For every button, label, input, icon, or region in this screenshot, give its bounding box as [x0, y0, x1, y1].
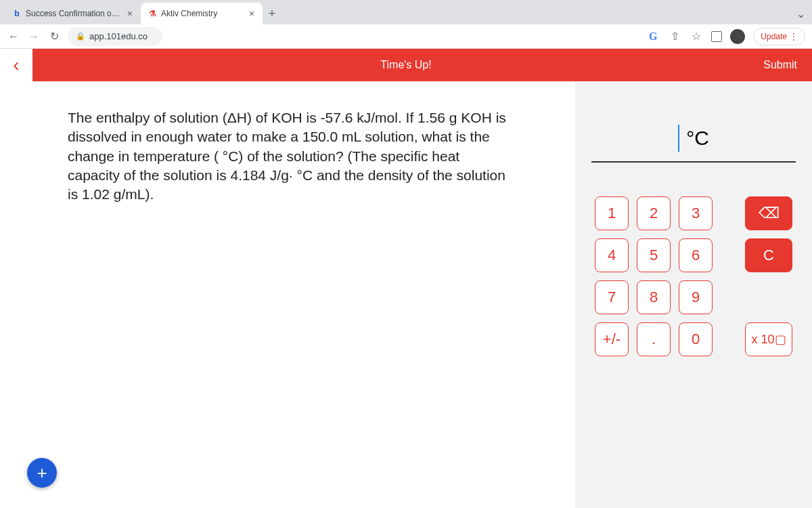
plus-icon: +: [37, 463, 47, 484]
update-button[interactable]: Update ⋮: [753, 28, 805, 45]
app-back-button[interactable]: ‹: [0, 49, 32, 81]
spacer: [721, 238, 737, 272]
tab-title: Success Confirmation of Quest: [26, 9, 122, 18]
answer-input[interactable]: °C: [591, 115, 796, 163]
address-text: app.101edu.co: [89, 31, 148, 41]
update-label: Update: [761, 32, 787, 41]
key-5[interactable]: 5: [637, 238, 671, 272]
new-tab-button[interactable]: +: [263, 4, 281, 23]
keypad-grid: 1 2 3 ⌫ 4 5 6 C 7 8 9 +/- . 0 x 10▢: [585, 196, 803, 356]
browser-tab-1[interactable]: ⚗ Aktiv Chemistry ×: [141, 3, 263, 24]
profile-avatar[interactable]: [730, 29, 745, 44]
key-6[interactable]: 6: [679, 238, 713, 272]
close-icon[interactable]: ×: [126, 8, 134, 19]
key-4[interactable]: 4: [595, 238, 629, 272]
star-icon[interactable]: ☆: [690, 30, 703, 43]
spacer: [721, 196, 737, 230]
spacer: [745, 280, 792, 314]
chevron-left-icon: ‹: [13, 54, 19, 76]
appbar-status-text: Time's Up!: [380, 59, 431, 71]
key-7[interactable]: 7: [595, 280, 629, 314]
browser-address-bar: ← → ↻ 🔒 app.101edu.co G ⇧ ☆ Update ⋮: [0, 24, 812, 49]
google-icon[interactable]: G: [646, 30, 660, 43]
submit-button[interactable]: Submit: [748, 59, 812, 71]
text-cursor-icon: [678, 125, 679, 152]
browser-tabstrip: b Success Confirmation of Quest × ⚗ Akti…: [0, 0, 812, 24]
key-clear[interactable]: C: [745, 238, 792, 272]
nav-reload-icon[interactable]: ↻: [47, 30, 61, 43]
key-3[interactable]: 3: [679, 196, 713, 230]
tab-title: Aktiv Chemistry: [161, 9, 244, 18]
nav-back-icon[interactable]: ←: [7, 30, 20, 43]
omnibox[interactable]: 🔒 app.101edu.co: [68, 27, 162, 46]
content-area: The enthalpy of solution (ΔH) of KOH is …: [0, 81, 812, 508]
close-icon[interactable]: ×: [248, 8, 256, 19]
window-chevron-icon[interactable]: ⌄: [796, 3, 805, 24]
question-text: The enthalpy of solution (ΔH) of KOH is …: [68, 108, 514, 205]
keypad-panel: °C 1 2 3 ⌫ 4 5 6 C 7 8 9 +/- . 0 x 10▢: [575, 81, 812, 508]
question-panel: The enthalpy of solution (ΔH) of KOH is …: [0, 81, 575, 508]
share-icon[interactable]: ⇧: [668, 30, 681, 43]
key-exponent[interactable]: x 10▢: [745, 322, 792, 356]
key-9[interactable]: 9: [679, 280, 713, 314]
browser-tab-0[interactable]: b Success Confirmation of Quest ×: [5, 3, 141, 24]
spacer: [721, 280, 737, 314]
nav-forward-icon[interactable]: →: [27, 30, 41, 43]
key-backspace[interactable]: ⌫: [745, 196, 792, 230]
favicon-aktiv-icon: ⚗: [148, 9, 157, 18]
key-decimal[interactable]: .: [637, 322, 671, 356]
spacer: [721, 322, 737, 356]
key-0[interactable]: 0: [679, 322, 713, 356]
backspace-icon: ⌫: [759, 205, 780, 222]
app-bar: ‹ Time's Up! Submit: [0, 49, 812, 81]
key-8[interactable]: 8: [637, 280, 671, 314]
key-plus-minus[interactable]: +/-: [595, 322, 629, 356]
install-icon[interactable]: [711, 31, 722, 42]
lock-icon: 🔒: [76, 32, 85, 41]
favicon-b-icon: b: [12, 9, 22, 18]
key-2[interactable]: 2: [637, 196, 671, 230]
answer-unit: °C: [686, 127, 709, 150]
kebab-icon: ⋮: [790, 32, 798, 41]
key-1[interactable]: 1: [595, 196, 629, 230]
fab-add-button[interactable]: +: [27, 458, 57, 488]
